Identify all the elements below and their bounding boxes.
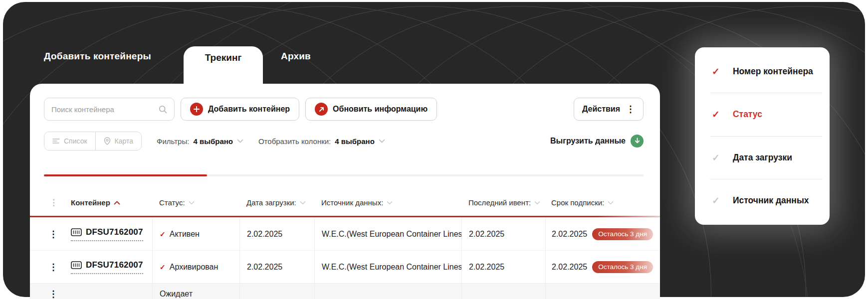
container-number-link[interactable]: DFSU7162007 [71,227,143,241]
header-status[interactable]: Статус: [152,198,239,207]
header-container-label: Контейнер [71,198,110,207]
actions-button[interactable]: Действия ⋮ [574,98,644,121]
panel-item-upload-date[interactable]: ✓ Дата загрузки [695,137,830,179]
cell-status: Ожидает [152,284,239,299]
view-toggle: Список Карта [44,132,142,150]
header-source-label: Источник данных: [321,198,383,207]
panel-item-container-number[interactable]: ✓ Номер контейнера [695,50,830,93]
container-number: DFSU7162007 [86,227,143,237]
row-drag-handle[interactable]: ⋮ [30,251,64,283]
refresh-info-button[interactable]: Обновить информацию [305,98,437,121]
scrollbar-thumb[interactable] [44,174,207,176]
panel-item-status[interactable]: ✓ Статус [695,93,830,136]
table-row[interactable]: ⋮ DFSU7162007 [30,217,660,250]
cell-status: ✓ Активен [152,218,239,250]
status-check-icon: ✓ [160,263,166,271]
check-icon: ✓ [712,66,720,77]
drag-dots-icon: ⋮ [49,230,58,239]
header-container[interactable]: Контейнер [64,198,152,207]
table-row[interactable]: ⋮ Ожидает [30,283,660,299]
container-icon [71,228,82,236]
horizontal-scrollbar[interactable] [44,174,644,176]
view-map-label: Карта [115,137,133,145]
cell-source [314,284,461,299]
panel-item-label: Номер контейнера [733,66,813,77]
header-upload-label: Дата загрузки: [246,198,296,207]
add-container-button[interactable]: Добавить контейнер [181,98,299,121]
tab-archive[interactable]: Архив [281,51,311,62]
status-text: Активен [170,230,200,239]
cell-container: DFSU7162007 [64,251,152,283]
container-number-link[interactable]: DFSU7162007 [71,260,143,274]
cell-subscription: 2.02.2025 Осталось 3 дня [545,218,660,250]
days-left-badge: Осталось 3 дня [592,228,653,240]
cell-last-event [461,284,545,299]
columns-label: Отобразить колонки: [258,137,331,146]
header-subscription[interactable]: Срок подписки: [545,198,660,207]
view-map-button[interactable]: Карта [96,132,141,150]
panel-item-source[interactable]: ✓ Источник данных [695,179,830,222]
panel-item-label: Источник данных [733,195,809,206]
days-left-badge: Осталось 3 дня [592,261,653,273]
row-drag-handle[interactable]: ⋮ [30,284,64,299]
row-drag-handle[interactable]: ⋮ [30,218,64,250]
chevron-down-icon [237,139,243,143]
download-icon [631,135,644,148]
cell-container: DFSU7162007 [64,218,152,250]
table-row[interactable]: ⋮ DFSU7162007 [30,250,660,283]
cell-last-event: 2.02.2025 [461,218,545,250]
view-list-button[interactable]: Список [44,132,95,150]
header-last-event[interactable]: Последний ивент: [461,198,545,207]
header-drag-handle[interactable]: ⋮ [30,197,64,208]
arrow-up-right-icon [315,103,328,116]
sort-asc-icon [114,201,120,205]
panel-item-label: Статус [733,109,762,120]
subscription-date: 2.02.2025 [552,263,587,272]
kebab-icon: ⋮ [626,105,635,114]
cell-status: ✓ Архивирован [152,251,239,283]
filters-label: Фильтры: [157,137,189,146]
export-data-label: Выгрузить данные [550,137,626,146]
cell-container [64,284,152,299]
status-text: Архивирован [170,263,218,272]
containers-table: ⋮ Контейнер Статус: [30,189,660,299]
chevron-down-icon [189,201,195,205]
cell-source: W.E.C.(West European Container Lines [314,251,461,283]
cell-source: W.E.C.(West European Container Lines [314,218,461,250]
check-icon: ✓ [712,152,720,163]
cell-upload-date: 2.02.2025 [239,251,314,283]
header-subscription-label: Срок подписки: [551,198,604,207]
header-status-label: Статус: [159,198,185,207]
search-icon [159,105,167,114]
chevron-down-icon [300,201,306,205]
drag-dots-icon: ⋮ [49,263,58,272]
filters-dropdown[interactable]: Фильтры: 4 выбрано [157,137,243,146]
container-number: DFSU7162007 [86,260,143,270]
header-upload-date[interactable]: Дата загрузки: [239,198,314,207]
status-check-icon: ✓ [160,230,166,238]
panel-item-label: Дата загрузки [733,152,792,163]
header-source[interactable]: Источник данных: [314,198,461,207]
app-screen: Добавить контейнеры Трекинг Архив [0,0,868,299]
columns-dropdown[interactable]: Отобразить колонки: 4 выбрано [258,137,385,146]
check-icon: ✓ [712,195,720,206]
cell-upload-date [239,284,314,299]
chevron-down-icon [379,139,385,143]
export-data-button[interactable]: Выгрузить данные [550,135,644,148]
cell-last-event: 2.02.2025 [461,251,545,283]
chevron-down-icon [387,201,393,205]
search-box[interactable] [44,98,175,121]
tab-add-containers[interactable]: Добавить контейнеры [44,51,151,62]
chevron-down-icon [608,201,614,205]
subscription-date: 2.02.2025 [552,230,587,239]
search-input[interactable] [51,105,155,114]
view-list-label: Список [64,137,87,145]
table-header-row: ⋮ Контейнер Статус: [30,189,660,216]
container-icon [71,261,82,269]
columns-value: 4 выбрано [335,137,375,146]
filters-value: 4 выбрано [193,137,233,146]
drag-dots-icon: ⋮ [49,197,58,208]
columns-visibility-panel: ✓ Номер контейнера ✓ Статус ✓ Дата загру… [695,47,830,225]
header-last-event-label: Последний ивент: [468,198,531,207]
plus-icon [190,103,203,116]
